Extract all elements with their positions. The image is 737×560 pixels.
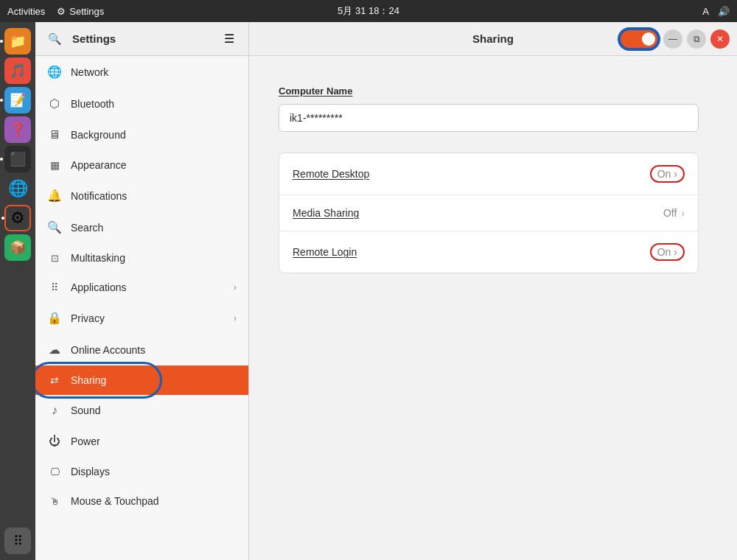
dock-icon-files[interactable]: 📁 [4,28,31,55]
sidebar-item-label: Bluetooth [71,98,237,110]
online-accounts-icon: ☁ [47,343,62,357]
sidebar-item-background[interactable]: 🖥 Background [35,119,248,150]
sidebar-item-label: Applications [71,281,225,293]
main-content: 🌐 Network ⬡ Bluetooth 🖥 Background ▦ App… [35,56,737,560]
sidebar-item-label: Sound [71,405,237,416]
media-sharing-status: Off [663,207,677,219]
sidebar-item-appearance[interactable]: ▦ Appearance [35,150,248,180]
volume-icon: 🔊 [718,6,730,17]
remote-desktop-chevron-icon: › [674,168,677,180]
media-sharing-label: Media Sharing [293,207,663,219]
dock-apps-button[interactable]: ⠿ [4,528,31,554]
sidebar-item-network[interactable]: 🌐 Network [35,56,248,88]
remote-login-status-text: On [657,246,671,258]
dock-icon-writer[interactable]: 📝 [4,87,31,113]
sharing-toggle[interactable] [619,29,659,49]
dock-icon-manager[interactable]: 📦 [4,234,31,261]
sidebar-title: Settings [72,32,212,45]
sidebar-item-displays[interactable]: 🖵 Displays [35,457,248,486]
topbar-left: Activities ⚙ Settings [7,6,104,17]
background-icon: 🖥 [47,128,62,141]
dock-icon-terminal[interactable]: ⬛ [4,146,31,172]
remote-desktop-label: Remote Desktop [293,168,650,180]
media-sharing-row[interactable]: Media Sharing Off › [279,195,698,231]
settings-app-label: ⚙ Settings [57,6,104,17]
header-controls: — ⧉ ✕ [619,29,730,49]
sidebar-item-label: Displays [71,466,237,477]
computer-name-label: Computer Name [279,85,708,97]
settings-list: Remote Desktop On › Media Sharing Off › … [279,153,699,273]
menu-button[interactable]: ☰ [217,27,241,51]
topbar: Activities ⚙ Settings 5月 31 18：24 A 🔊 [0,0,737,22]
sidebar-item-sharing[interactable]: ⇄ Sharing [35,365,248,395]
minimize-button[interactable]: — [663,29,682,49]
sidebar-item-label: Multitasking [71,252,237,264]
network-icon: 🌐 [47,65,62,79]
page-title: Sharing [472,32,514,45]
sidebar-item-mouse-touchpad[interactable]: 🖱 Mouse & Touchpad [35,486,248,516]
topbar-right: A 🔊 [702,6,730,17]
topbar-clock: 5月 31 18：24 [338,4,399,18]
displays-icon: 🖵 [47,466,62,477]
sidebar-item-label: Search [71,222,237,234]
sharing-icon: ⇄ [47,374,62,386]
sidebar-item-search[interactable]: 🔍 Search [35,211,248,243]
search-icon: 🔍 [48,32,62,46]
multitasking-icon: ⊡ [47,253,62,264]
sidebar-item-privacy[interactable]: 🔒 Privacy › [35,302,248,334]
font-icon: A [702,6,709,17]
dock: 📁 🎵 📝 ❓ ⬛ 🌐 ⚙ 📦 ⠿ [0,22,35,560]
dock-icon-rhythmbox[interactable]: 🎵 [4,57,31,84]
sidebar-item-bluetooth[interactable]: ⬡ Bluetooth [35,88,248,119]
sidebar-item-label: Background [71,129,237,141]
content-panel: Computer Name Remote Desktop On › Media … [249,56,737,560]
power-icon: ⏻ [47,435,62,448]
bluetooth-icon: ⬡ [47,97,62,111]
sidebar-item-label: Privacy [71,312,225,324]
sidebar-item-multitasking[interactable]: ⊡ Multitasking [35,243,248,273]
headerbar-left: 🔍 Settings ☰ [35,22,249,55]
remote-login-chevron-icon: › [674,246,677,258]
headerbar: 🔍 Settings ☰ Sharing — ⧉ ✕ [35,22,737,56]
applications-icon: ⠿ [47,281,62,293]
remote-login-status: On › [650,243,685,261]
mouse-icon: 🖱 [47,496,62,507]
chevron-right-icon: › [234,313,237,323]
sidebar-item-power[interactable]: ⏻ Power [35,426,248,457]
close-button[interactable]: ✕ [710,29,730,49]
maximize-button[interactable]: ⧉ [687,29,706,49]
sound-icon: ♪ [47,404,62,417]
remote-login-row[interactable]: Remote Login On › [279,231,698,273]
remote-login-label: Remote Login [293,246,650,258]
dock-icon-chrome[interactable]: 🌐 [4,175,31,202]
sidebar: 🌐 Network ⬡ Bluetooth 🖥 Background ▦ App… [35,56,249,560]
dock-icon-settings[interactable]: ⚙ [4,205,31,231]
sidebar-item-label: Notifications [71,190,237,202]
hamburger-icon: ☰ [224,32,234,46]
sidebar-item-label: Mouse & Touchpad [71,495,237,507]
remote-desktop-row[interactable]: Remote Desktop On › [279,153,698,195]
sidebar-item-label: Power [71,435,237,447]
toggle-knob [642,32,655,46]
headerbar-right: Sharing — ⧉ ✕ [249,32,737,45]
privacy-icon: 🔒 [47,311,62,325]
chevron-right-icon: › [234,282,237,293]
search-icon: 🔍 [47,220,62,234]
remote-desktop-status-text: On [657,168,671,180]
search-button[interactable]: 🔍 [43,27,66,51]
sidebar-item-label: Network [71,66,237,78]
remote-desktop-status: On › [650,165,685,183]
sidebar-item-notifications[interactable]: 🔔 Notifications [35,180,248,211]
computer-name-input[interactable] [279,104,699,132]
sidebar-item-applications[interactable]: ⠿ Applications › [35,273,248,302]
notifications-icon: 🔔 [47,189,62,203]
activities-button[interactable]: Activities [7,6,45,17]
sidebar-item-online-accounts[interactable]: ☁ Online Accounts [35,334,248,365]
appearance-icon: ▦ [47,159,62,171]
sidebar-item-label: Online Accounts [71,344,237,356]
sidebar-item-label: Sharing [71,374,237,386]
settings-gear-icon: ⚙ [57,6,66,17]
sidebar-item-sound[interactable]: ♪ Sound [35,395,248,426]
sidebar-item-label: Appearance [71,159,237,171]
dock-icon-help[interactable]: ❓ [4,116,31,143]
